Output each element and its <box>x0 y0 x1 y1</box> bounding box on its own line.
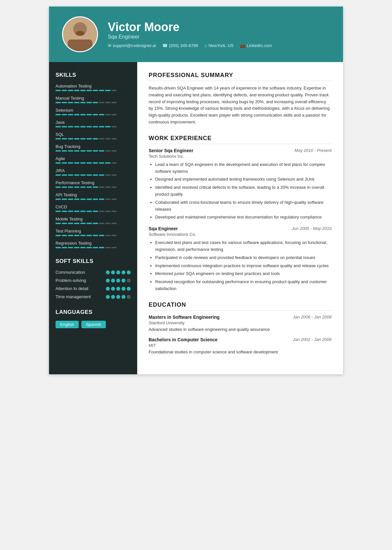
linkedin-contact: 💼 LinkedIn.com <box>240 43 272 48</box>
soft-skill-dots <box>106 279 131 283</box>
languages-list: EnglishSpanish <box>56 321 131 328</box>
soft-skill-name: Attention to detail <box>56 286 106 291</box>
edu-entry: Masters in Software EngineeringJan 2006 … <box>149 315 332 333</box>
skill-item: Test Planning <box>56 229 131 236</box>
job-date: Jun 2005 - May 2010 <box>292 226 332 231</box>
job-bullets: Lead a team of SQA engineers in the deve… <box>155 161 332 221</box>
skill-name: SQL <box>56 132 131 137</box>
soft-skill-dots <box>106 295 131 299</box>
language-badge: English <box>56 321 79 328</box>
dot <box>127 295 131 299</box>
skill-bar <box>56 199 131 200</box>
skill-bar <box>56 186 131 188</box>
skill-name: Test Planning <box>56 229 131 234</box>
skill-item: Mobile Testing <box>56 217 131 224</box>
linkedin-value: LinkedIn.com <box>247 43 272 48</box>
phone-contact: ☎ (555) 345-6789 <box>162 43 198 48</box>
dot <box>122 270 125 274</box>
main-content: PROFESSIONAL SUMMARY Results-driven SQA … <box>137 62 343 374</box>
skill-name: Selenium <box>56 108 131 113</box>
soft-skill-dots <box>106 270 131 274</box>
skill-name: CI/CD <box>56 204 131 209</box>
skill-bar <box>56 223 131 224</box>
soft-skill-name: Communication <box>56 270 106 275</box>
skill-bar <box>56 138 131 139</box>
email-icon: ✉ <box>108 43 111 48</box>
skill-bar <box>56 102 131 103</box>
soft-skill-row: Communication <box>56 270 131 275</box>
skill-item: Java <box>56 120 131 127</box>
dot <box>111 279 115 283</box>
edu-degree: Masters in Software Engineering <box>149 315 220 320</box>
job-header: Sqa EngineerJun 2005 - May 2010 <box>149 226 332 231</box>
dot <box>122 295 125 299</box>
job-title: Senior Sqa Engineer <box>149 148 193 153</box>
job-entry: Sqa EngineerJun 2005 - May 2010Software … <box>149 226 332 292</box>
skill-item: Regression Testing <box>56 241 131 248</box>
dot <box>106 279 110 283</box>
svg-rect-2 <box>68 40 92 51</box>
experience-title: WORK EXPERIENCE <box>149 135 332 144</box>
avatar <box>62 16 98 52</box>
skill-item: Selenium <box>56 108 131 115</box>
soft-skill-dots <box>106 287 131 291</box>
phone-value: (555) 345-6789 <box>169 43 198 48</box>
job-entry: Senior Sqa EngineerMay 2010 - PresentTec… <box>149 148 332 221</box>
job-bullet: Collaborated with cross-functional teams… <box>155 199 332 213</box>
languages-section: LANGUAGES EnglishSpanish <box>56 309 131 328</box>
dot <box>127 270 131 274</box>
sidebar: SKILLS Automation TestingManual TestingS… <box>49 62 137 374</box>
skill-name: API Testing <box>56 192 131 197</box>
education-section: EDUCATION Masters in Software Engineerin… <box>149 301 332 355</box>
dot <box>106 287 110 291</box>
edu-desc: Advanced studies in software engineering… <box>149 326 332 333</box>
header-title: Sqa Engineer <box>108 34 272 40</box>
soft-skills-list: CommunicationProblem-solvingAttention to… <box>56 270 131 299</box>
skill-name: Mobile Testing <box>56 217 131 221</box>
skill-item: Performance Testing <box>56 180 131 188</box>
edu-degree: Bachelors in Computer Science <box>149 337 218 342</box>
skill-item: Bug Tracking <box>56 144 131 152</box>
skill-item: SQL <box>56 132 131 139</box>
soft-skills-title: SOFT SKILLS <box>56 258 131 265</box>
skill-item: API Testing <box>56 192 131 200</box>
job-date: May 2010 - Present <box>295 148 332 153</box>
location-contact: ⌂ NewYork, US <box>204 43 234 48</box>
experience-section: WORK EXPERIENCE Senior Sqa EngineerMay 2… <box>149 135 332 292</box>
jobs-list: Senior Sqa EngineerMay 2010 - PresentTec… <box>149 148 332 292</box>
job-bullet: Participated in code reviews and provide… <box>155 254 332 261</box>
dot <box>127 287 131 291</box>
dot <box>106 270 110 274</box>
skill-name: JIRA <box>56 168 131 173</box>
summary-title: PROFESSIONAL SUMMARY <box>149 72 332 81</box>
skill-name: Bug Tracking <box>56 144 131 149</box>
edu-desc: Foundational studies in computer science… <box>149 349 332 355</box>
dot <box>111 287 115 291</box>
dot <box>116 270 120 274</box>
job-bullet: Lead a team of SQA engineers in the deve… <box>155 161 332 175</box>
header-name: Victor Moore <box>108 21 272 34</box>
skill-bar <box>56 114 131 115</box>
email-value: support@cvdesigner.ai <box>113 43 156 48</box>
edu-date: Jan 2006 - Jan 2008 <box>293 315 332 319</box>
skill-name: Regression Testing <box>56 241 131 246</box>
skill-item: Manual Testing <box>56 96 131 103</box>
skill-name: Manual Testing <box>56 96 131 101</box>
skill-bar <box>56 174 131 176</box>
skill-name: Automation Testing <box>56 84 131 89</box>
dot <box>122 279 125 283</box>
skills-section: SKILLS Automation TestingManual TestingS… <box>56 72 131 248</box>
soft-skill-row: Time management <box>56 294 131 299</box>
header: Victor Moore Sqa Engineer ✉ support@cvde… <box>49 7 343 62</box>
svg-point-3 <box>76 31 84 36</box>
job-bullet: Mentored junior SQA engineers on testing… <box>155 270 332 277</box>
soft-skill-row: Attention to detail <box>56 286 131 291</box>
dot <box>122 287 125 291</box>
dot <box>111 270 115 274</box>
dot <box>116 287 120 291</box>
job-bullets: Executed test plans and test cases for v… <box>155 239 332 292</box>
soft-skill-row: Problem-solving <box>56 278 131 283</box>
summary-text: Results-driven SQA Engineer with 14 year… <box>149 85 332 126</box>
soft-skill-name: Problem-solving <box>56 278 106 283</box>
dot <box>111 295 115 299</box>
